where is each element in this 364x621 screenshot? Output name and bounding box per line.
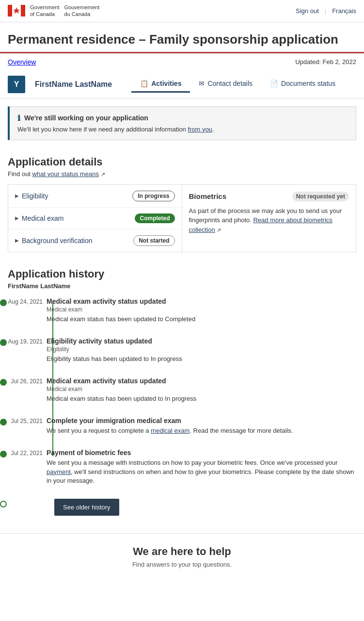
notice-link[interactable]: from you xyxy=(188,126,212,133)
francais-link[interactable]: Français xyxy=(332,7,356,15)
timeline-item: Jul 26, 2021 Medical exam activity statu… xyxy=(47,377,356,403)
header-divider: | xyxy=(325,7,326,15)
background-label: Background verification xyxy=(22,237,93,245)
tab-activities[interactable]: 📋 Activities xyxy=(131,76,190,93)
tab-contact-details[interactable]: ✉ Contact details xyxy=(190,76,261,93)
biometrics-link[interactable]: Read more about biometrics collection xyxy=(189,216,332,233)
gov-name-fr: Gouvernement du Canada xyxy=(64,4,100,18)
background-verification-link[interactable]: ▶ Background verification xyxy=(15,237,93,245)
event-category: Eligibility xyxy=(47,346,356,353)
biometrics-title: Biometrics xyxy=(189,192,227,200)
application-details-section: Application details Find out what your s… xyxy=(0,148,364,260)
page-title: Permanent residence – Family sponsorship… xyxy=(8,32,356,47)
see-older-history-button[interactable]: See older history xyxy=(54,499,119,516)
event-category: Medical exam xyxy=(47,386,356,392)
timeline-content: Payment of biometric fees We sent you a … xyxy=(47,449,356,485)
user-section: Y FirstName LastName 📋 Activities ✉ Cont… xyxy=(0,71,364,98)
timeline-dot xyxy=(0,299,7,306)
timeline-content: Complete your immigration medical exam W… xyxy=(47,417,356,435)
biometrics-header: Biometrics Not requested yet xyxy=(189,192,349,201)
timeline-dot-empty xyxy=(0,501,7,507)
eligibility-row: ▶ Eligibility In progress xyxy=(8,185,182,208)
timeline-item: Jul 25, 2021 Complete your immigration m… xyxy=(47,417,356,435)
older-btn-row: See older history xyxy=(8,499,356,516)
timeline: Aug 24, 2021 Medical exam activity statu… xyxy=(8,297,356,485)
event-desc: Eligibility status has been updated to I… xyxy=(47,355,356,363)
event-desc: We sent you a request to complete a medi… xyxy=(47,426,356,435)
ext-link-icon: ↗ xyxy=(101,171,105,177)
timeline-content: Medical exam activity status updated Med… xyxy=(47,377,356,403)
medical-exam-link[interactable]: ▶ Medical exam xyxy=(15,214,63,222)
info-icon: ℹ xyxy=(17,114,20,123)
tab-contact-label: Contact details xyxy=(207,80,253,87)
activities-list: ▶ Eligibility In progress ▶ Medical exam… xyxy=(8,185,182,252)
breadcrumb-row: Overview Updated: Feb 2, 2022 xyxy=(0,53,364,71)
gov-actions: Sign out | Français xyxy=(296,7,356,15)
event-date: Aug 24, 2021 xyxy=(8,298,43,305)
ext-link-icon: ↗ xyxy=(217,227,221,233)
app-details-subtitle: Find out what your status means ↗ xyxy=(8,170,356,178)
svg-rect-2 xyxy=(21,5,25,16)
user-name: FirstName LastName xyxy=(35,80,112,89)
timeline-content: Eligibility activity status updated Elig… xyxy=(47,337,356,363)
event-desc: Medical exam status has been updated to … xyxy=(47,315,356,324)
event-date: Jul 22, 2021 xyxy=(8,450,43,457)
app-details-title: Application details xyxy=(8,156,356,168)
history-name: FirstName LastName xyxy=(8,282,356,290)
event-title: Medical exam activity status updated xyxy=(47,377,356,385)
timeline-item: Aug 24, 2021 Medical exam activity statu… xyxy=(47,297,356,324)
event-desc: Medical exam status has been updated to … xyxy=(47,394,356,403)
user-tabs: 📋 Activities ✉ Contact details 📄 Documen… xyxy=(131,76,344,93)
medical-exam-link[interactable]: medical exam xyxy=(151,427,190,434)
notice-title: ℹ We're still working on your applicatio… xyxy=(17,114,348,123)
eligibility-link[interactable]: ▶ Eligibility xyxy=(15,192,48,200)
event-title: Payment of biometric fees xyxy=(47,449,356,457)
page-title-section: Permanent residence – Family sponsorship… xyxy=(0,22,364,53)
notice-text: We'll let you know here if we need any a… xyxy=(17,126,348,133)
payment-link[interactable]: payment xyxy=(47,468,71,475)
medical-exam-row: ▶ Medical exam Completed xyxy=(8,208,182,229)
history-title: Application history xyxy=(8,268,356,280)
help-title: We are here to help xyxy=(8,545,356,558)
breadcrumb[interactable]: Overview xyxy=(8,58,36,66)
biometrics-panel: Biometrics Not requested yet As part of … xyxy=(182,185,356,252)
tab-activities-label: Activities xyxy=(151,80,181,87)
event-title: Eligibility activity status updated xyxy=(47,337,356,345)
background-status: Not started xyxy=(133,235,174,246)
timeline-dot xyxy=(0,379,7,386)
canada-flag-icon xyxy=(8,5,25,16)
timeline-dot xyxy=(0,419,7,425)
event-date: Aug 19, 2021 xyxy=(8,338,43,345)
timeline-item: Jul 22, 2021 Payment of biometric fees W… xyxy=(47,449,356,485)
help-subtitle: Find answers to your top questions. xyxy=(8,561,356,568)
timeline-dot xyxy=(0,339,7,346)
gov-logo: Government of Canada Gouvernement du Can… xyxy=(8,4,99,18)
timeline-content: Medical exam activity status updated Med… xyxy=(47,297,356,324)
user-avatar: Y xyxy=(8,76,25,93)
eligibility-label: Eligibility xyxy=(22,192,48,200)
biometrics-status: Not requested yet xyxy=(292,192,349,201)
biometrics-description: As part of the process we may ask you to… xyxy=(189,206,349,235)
tab-documents-label: Documents status xyxy=(281,80,335,87)
updated-text: Updated: Feb 2, 2022 xyxy=(295,58,356,65)
status-means-link[interactable]: what your status means xyxy=(32,170,99,178)
history-section: Application history FirstName LastName A… xyxy=(0,260,364,533)
event-date: Jul 26, 2021 xyxy=(8,378,43,385)
event-desc: We sent you a message with instructions … xyxy=(47,458,356,485)
event-title: Complete your immigration medical exam xyxy=(47,417,356,425)
chevron-icon: ▶ xyxy=(15,215,19,221)
gov-header: Government of Canada Gouvernement du Can… xyxy=(0,0,364,22)
tab-documents-status[interactable]: 📄 Documents status xyxy=(261,76,344,93)
contact-icon: ✉ xyxy=(199,80,205,87)
timeline-dot xyxy=(0,451,7,458)
details-grid: ▶ Eligibility In progress ▶ Medical exam… xyxy=(8,184,356,252)
chevron-icon: ▶ xyxy=(15,238,19,243)
background-verification-row: ▶ Background verification Not started xyxy=(8,229,182,252)
event-date: Jul 25, 2021 xyxy=(8,418,43,425)
chevron-icon: ▶ xyxy=(15,193,19,198)
gov-name-text: Government of Canada xyxy=(30,4,60,18)
svg-rect-0 xyxy=(8,5,12,16)
event-category: Medical exam xyxy=(47,306,356,313)
documents-icon: 📄 xyxy=(270,80,278,87)
sign-out-link[interactable]: Sign out xyxy=(296,7,319,15)
